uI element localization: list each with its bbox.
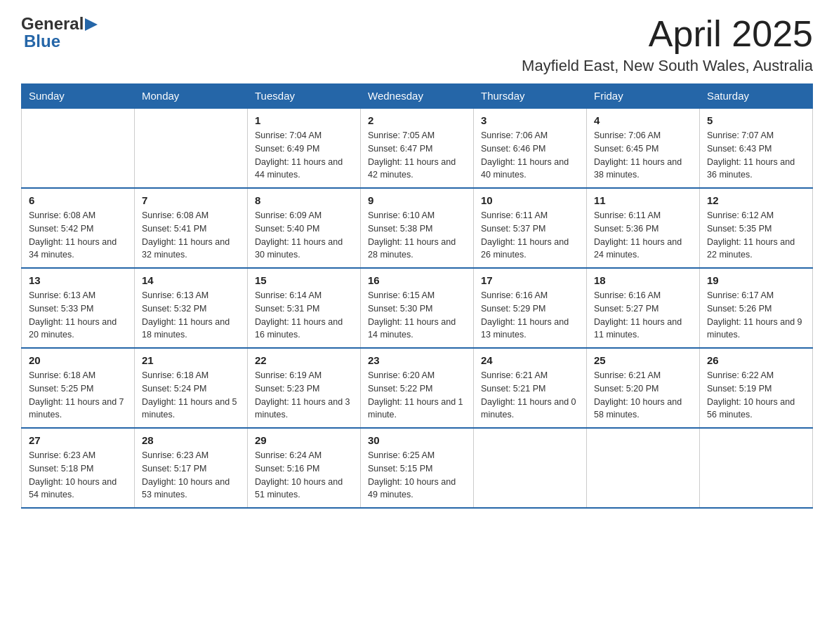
- logo-blue-text: Blue: [24, 32, 98, 52]
- calendar-cell: 9Sunrise: 6:10 AMSunset: 5:38 PMDaylight…: [361, 188, 474, 268]
- logo-arrow-icon: [85, 18, 98, 31]
- calendar-cell: 28Sunrise: 6:23 AMSunset: 5:17 PMDayligh…: [135, 428, 248, 508]
- day-number: 22: [255, 354, 353, 366]
- day-number: 1: [255, 114, 353, 126]
- sun-info: Sunrise: 6:19 AMSunset: 5:23 PMDaylight:…: [255, 369, 353, 422]
- calendar-cell: 20Sunrise: 6:18 AMSunset: 5:25 PMDayligh…: [22, 348, 135, 428]
- day-number: 6: [29, 194, 127, 206]
- calendar-cell: 25Sunrise: 6:21 AMSunset: 5:20 PMDayligh…: [587, 348, 700, 428]
- sun-info: Sunrise: 6:22 AMSunset: 5:19 PMDaylight:…: [707, 369, 805, 422]
- calendar-cell: 12Sunrise: 6:12 AMSunset: 5:35 PMDayligh…: [700, 188, 813, 268]
- calendar-cell: 22Sunrise: 6:19 AMSunset: 5:23 PMDayligh…: [248, 348, 361, 428]
- calendar-cell: [22, 108, 135, 188]
- day-number: 19: [707, 274, 805, 286]
- day-number: 18: [594, 274, 692, 286]
- sun-info: Sunrise: 6:15 AMSunset: 5:30 PMDaylight:…: [368, 289, 466, 342]
- day-number: 21: [142, 354, 240, 366]
- sun-info: Sunrise: 6:14 AMSunset: 5:31 PMDaylight:…: [255, 289, 353, 342]
- calendar-cell: [700, 428, 813, 508]
- day-number: 3: [481, 114, 579, 126]
- sun-info: Sunrise: 6:18 AMSunset: 5:24 PMDaylight:…: [142, 369, 240, 422]
- day-number: 14: [142, 274, 240, 286]
- calendar-cell: 19Sunrise: 6:17 AMSunset: 5:26 PMDayligh…: [700, 268, 813, 348]
- day-number: 16: [368, 274, 466, 286]
- calendar-cell: 4Sunrise: 7:06 AMSunset: 6:45 PMDaylight…: [587, 108, 700, 188]
- day-number: 11: [594, 194, 692, 206]
- location-title: Mayfield East, New South Wales, Australi…: [522, 57, 813, 75]
- calendar-cell: 2Sunrise: 7:05 AMSunset: 6:47 PMDaylight…: [361, 108, 474, 188]
- sun-info: Sunrise: 7:07 AMSunset: 6:43 PMDaylight:…: [707, 129, 805, 182]
- day-number: 12: [707, 194, 805, 206]
- calendar-week-row: 1Sunrise: 7:04 AMSunset: 6:49 PMDaylight…: [22, 108, 813, 188]
- calendar-cell: 5Sunrise: 7:07 AMSunset: 6:43 PMDaylight…: [700, 108, 813, 188]
- calendar-cell: 8Sunrise: 6:09 AMSunset: 5:40 PMDaylight…: [248, 188, 361, 268]
- calendar-header-row: SundayMondayTuesdayWednesdayThursdayFrid…: [22, 84, 813, 109]
- sun-info: Sunrise: 7:04 AMSunset: 6:49 PMDaylight:…: [255, 129, 353, 182]
- weekday-header-friday: Friday: [587, 84, 700, 109]
- sun-info: Sunrise: 6:08 AMSunset: 5:42 PMDaylight:…: [29, 209, 127, 262]
- day-number: 23: [368, 354, 466, 366]
- logo: General Blue: [21, 14, 98, 52]
- sun-info: Sunrise: 6:18 AMSunset: 5:25 PMDaylight:…: [29, 369, 127, 422]
- sun-info: Sunrise: 6:09 AMSunset: 5:40 PMDaylight:…: [255, 209, 353, 262]
- calendar-cell: 18Sunrise: 6:16 AMSunset: 5:27 PMDayligh…: [587, 268, 700, 348]
- day-number: 28: [142, 434, 240, 446]
- calendar-cell: 14Sunrise: 6:13 AMSunset: 5:32 PMDayligh…: [135, 268, 248, 348]
- day-number: 13: [29, 274, 127, 286]
- calendar-cell: 7Sunrise: 6:08 AMSunset: 5:41 PMDaylight…: [135, 188, 248, 268]
- weekday-header-tuesday: Tuesday: [248, 84, 361, 109]
- weekday-header-wednesday: Wednesday: [361, 84, 474, 109]
- calendar-cell: [587, 428, 700, 508]
- sun-info: Sunrise: 6:11 AMSunset: 5:37 PMDaylight:…: [481, 209, 579, 262]
- svg-marker-0: [85, 18, 98, 31]
- calendar-cell: 17Sunrise: 6:16 AMSunset: 5:29 PMDayligh…: [474, 268, 587, 348]
- calendar-cell: 27Sunrise: 6:23 AMSunset: 5:18 PMDayligh…: [22, 428, 135, 508]
- title-block: April 2025 Mayfield East, New South Wale…: [522, 14, 813, 75]
- calendar-week-row: 27Sunrise: 6:23 AMSunset: 5:18 PMDayligh…: [22, 428, 813, 508]
- calendar-cell: 6Sunrise: 6:08 AMSunset: 5:42 PMDaylight…: [22, 188, 135, 268]
- day-number: 25: [594, 354, 692, 366]
- day-number: 29: [255, 434, 353, 446]
- sun-info: Sunrise: 6:16 AMSunset: 5:29 PMDaylight:…: [481, 289, 579, 342]
- sun-info: Sunrise: 6:23 AMSunset: 5:17 PMDaylight:…: [142, 449, 240, 502]
- weekday-header-monday: Monday: [135, 84, 248, 109]
- weekday-header-saturday: Saturday: [700, 84, 813, 109]
- calendar-cell: 24Sunrise: 6:21 AMSunset: 5:21 PMDayligh…: [474, 348, 587, 428]
- day-number: 10: [481, 194, 579, 206]
- sun-info: Sunrise: 6:10 AMSunset: 5:38 PMDaylight:…: [368, 209, 466, 262]
- sun-info: Sunrise: 6:24 AMSunset: 5:16 PMDaylight:…: [255, 449, 353, 502]
- day-number: 30: [368, 434, 466, 446]
- day-number: 17: [481, 274, 579, 286]
- sun-info: Sunrise: 7:06 AMSunset: 6:46 PMDaylight:…: [481, 129, 579, 182]
- day-number: 4: [594, 114, 692, 126]
- calendar-cell: 30Sunrise: 6:25 AMSunset: 5:15 PMDayligh…: [361, 428, 474, 508]
- sun-info: Sunrise: 6:08 AMSunset: 5:41 PMDaylight:…: [142, 209, 240, 262]
- day-number: 2: [368, 114, 466, 126]
- day-number: 15: [255, 274, 353, 286]
- day-number: 5: [707, 114, 805, 126]
- sun-info: Sunrise: 6:13 AMSunset: 5:33 PMDaylight:…: [29, 289, 127, 342]
- sun-info: Sunrise: 6:23 AMSunset: 5:18 PMDaylight:…: [29, 449, 127, 502]
- calendar-cell: 21Sunrise: 6:18 AMSunset: 5:24 PMDayligh…: [135, 348, 248, 428]
- calendar-cell: 23Sunrise: 6:20 AMSunset: 5:22 PMDayligh…: [361, 348, 474, 428]
- sun-info: Sunrise: 6:21 AMSunset: 5:20 PMDaylight:…: [594, 369, 692, 422]
- weekday-header-sunday: Sunday: [22, 84, 135, 109]
- calendar-cell: 11Sunrise: 6:11 AMSunset: 5:36 PMDayligh…: [587, 188, 700, 268]
- calendar-cell: [474, 428, 587, 508]
- calendar-table: SundayMondayTuesdayWednesdayThursdayFrid…: [21, 83, 813, 509]
- calendar-cell: 1Sunrise: 7:04 AMSunset: 6:49 PMDaylight…: [248, 108, 361, 188]
- weekday-header-thursday: Thursday: [474, 84, 587, 109]
- calendar-cell: 26Sunrise: 6:22 AMSunset: 5:19 PMDayligh…: [700, 348, 813, 428]
- calendar-cell: 29Sunrise: 6:24 AMSunset: 5:16 PMDayligh…: [248, 428, 361, 508]
- calendar-cell: 16Sunrise: 6:15 AMSunset: 5:30 PMDayligh…: [361, 268, 474, 348]
- calendar-cell: 10Sunrise: 6:11 AMSunset: 5:37 PMDayligh…: [474, 188, 587, 268]
- sun-info: Sunrise: 6:17 AMSunset: 5:26 PMDaylight:…: [707, 289, 805, 342]
- sun-info: Sunrise: 6:21 AMSunset: 5:21 PMDaylight:…: [481, 369, 579, 422]
- calendar-cell: [135, 108, 248, 188]
- month-title: April 2025: [522, 14, 813, 54]
- day-number: 9: [368, 194, 466, 206]
- sun-info: Sunrise: 7:05 AMSunset: 6:47 PMDaylight:…: [368, 129, 466, 182]
- sun-info: Sunrise: 6:20 AMSunset: 5:22 PMDaylight:…: [368, 369, 466, 422]
- page-header: General Blue April 2025 Mayfield East, N…: [21, 14, 813, 75]
- day-number: 27: [29, 434, 127, 446]
